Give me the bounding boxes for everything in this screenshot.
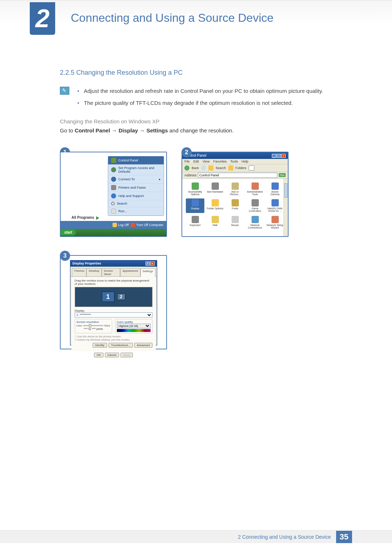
cp-icon-netwizard[interactable]: Network Setup Wizard — [266, 215, 284, 230]
tab-settings[interactable]: Settings — [140, 268, 155, 277]
checkbox-primary[interactable]: ☐ Use this device as the primary monitor… — [75, 335, 152, 338]
up-icon[interactable] — [208, 165, 213, 171]
all-programs-button[interactable]: All Programs — [72, 216, 99, 219]
tab-themes[interactable]: Themes — [72, 268, 87, 276]
menu-help[interactable]: Help — [241, 160, 248, 163]
figure-3-display-properties: 3 Display Properties ?× Themes Desktop S… — [60, 255, 167, 349]
minimize-button[interactable]: _ — [272, 154, 276, 158]
address-input[interactable] — [198, 173, 277, 178]
cp-icon-add-remove[interactable]: Add or Remov... — [226, 182, 244, 196]
menu-tools[interactable]: Tools — [230, 160, 238, 163]
note-block: Adjust the resolution and refresh rate i… — [60, 87, 348, 111]
menu-view[interactable]: View — [203, 160, 209, 163]
label: Display — [191, 207, 199, 210]
display-select[interactable]: 1. ********** — [75, 312, 152, 317]
start-menu-item-run[interactable]: Run... — [108, 207, 164, 216]
folders-icon[interactable] — [228, 165, 233, 171]
close-button[interactable]: × — [150, 262, 155, 266]
logoff-button[interactable]: Log Off — [113, 223, 128, 227]
help-button[interactable]: ? — [146, 262, 150, 266]
start-button[interactable]: start — [61, 229, 76, 235]
cancel-button[interactable]: Cancel — [105, 353, 119, 357]
defaults-icon — [111, 167, 116, 172]
less-label: Less — [77, 324, 82, 327]
menu-file[interactable]: File — [184, 160, 190, 163]
checkbox-extend[interactable]: ☐ Extend my Windows desktop onto this mo… — [75, 338, 152, 341]
cp-icon-gamma[interactable]: Adobe Gamma — [266, 182, 284, 196]
page-number: 35 — [336, 531, 352, 543]
menu-favorites[interactable]: Favorites — [213, 160, 226, 163]
slider-thumb[interactable] — [89, 324, 91, 328]
apply-button[interactable]: Apply — [121, 353, 133, 357]
screen-resolution-group: Screen resolution Less More **** by ****… — [75, 319, 112, 333]
cp-icon-keyboard[interactable]: Keyboard — [186, 215, 204, 230]
run-icon — [111, 209, 116, 214]
scrollbar[interactable] — [283, 179, 288, 236]
figure-2-control-panel: 2 Control Panel _□× File Edit View Favor… — [181, 152, 289, 237]
label: All Programs — [72, 216, 94, 219]
search-icon — [111, 202, 115, 205]
display-label: Display: — [75, 309, 152, 312]
start-menu-item-help[interactable]: Help and Support — [108, 192, 164, 200]
start-menu-item-control-panel[interactable]: Control Panel — [108, 156, 164, 165]
figures-row-2: 3 Display Properties ?× Themes Desktop S… — [60, 255, 348, 349]
search-label[interactable]: Search — [216, 166, 226, 170]
monitor-2[interactable]: 2 — [117, 293, 126, 300]
triangle-right-icon — [96, 216, 99, 220]
screen-res-label: Screen resolution — [77, 320, 110, 324]
gamma-icon — [271, 182, 279, 190]
turnoff-button[interactable]: Turn Off Computer — [131, 223, 163, 227]
start-menu-item-printers[interactable]: Printers and Faxes — [108, 184, 164, 192]
cp-icon-accessibility[interactable]: Accessibility Options — [186, 182, 204, 196]
cp-icon-game[interactable]: Game Controllers — [246, 198, 264, 213]
tab-desktop[interactable]: Desktop — [86, 268, 101, 276]
forward-icon[interactable] — [201, 165, 206, 171]
cp-icon-add-hardware[interactable]: Add Hardware — [206, 182, 224, 196]
advanced-button[interactable]: Advanced — [134, 343, 152, 348]
label: Printers and Faxes — [118, 186, 146, 189]
label: Network Connections — [246, 224, 264, 229]
resolution-slider[interactable]: Less More — [77, 324, 110, 327]
go-button[interactable]: Go — [279, 173, 286, 177]
views-icon[interactable] — [249, 165, 254, 171]
bullet-item: Adjust the resolution and refresh rate i… — [76, 87, 323, 95]
tab-screensaver[interactable]: Screen Saver — [102, 268, 121, 276]
content-area: 2.2.5 Changing the Resolution Using a PC… — [0, 40, 392, 349]
start-menu-item-search[interactable]: Search — [108, 200, 164, 207]
cp-icon-mouse[interactable]: Mouse — [226, 215, 244, 230]
cp-icon-fonts[interactable]: Fonts — [226, 198, 244, 213]
cp-icon-intel[interactable]: Intel(R) GMA Driver for ... — [266, 198, 284, 213]
text: Go to — [60, 127, 75, 134]
troubleshoot-button[interactable]: Troubleshoot... — [109, 343, 133, 348]
cp-icon-display[interactable]: Display — [186, 198, 204, 213]
figure-1-start-menu: 1 Control Panel Set Program Access and D… — [60, 152, 167, 237]
ok-button[interactable]: OK — [94, 353, 103, 357]
tab-appearance[interactable]: Appearance — [120, 268, 140, 276]
identify-button[interactable]: Identify — [93, 343, 107, 348]
folder-icon — [212, 199, 219, 206]
cp-icon-network[interactable]: Network Connections — [246, 215, 264, 230]
label: Adobe Gamma — [266, 190, 283, 196]
printer-icon — [111, 185, 116, 190]
cp-icon-mail[interactable]: Mail — [206, 215, 224, 230]
close-button[interactable]: × — [281, 154, 286, 158]
window-titlebar: Display Properties ?× — [70, 260, 157, 267]
cp-icon-folder-options[interactable]: Folder Options — [206, 198, 224, 213]
color-quality-select[interactable]: Highest (32 bit) — [117, 324, 151, 328]
menu-edit[interactable]: Edit — [193, 160, 199, 163]
cp-icon-admin[interactable]: Administrative Tools — [246, 182, 264, 196]
back-icon[interactable] — [184, 165, 189, 171]
bold-text: Control Panel — [75, 127, 110, 134]
chevron-right-icon: ▸ — [159, 177, 161, 181]
label: Fonts — [232, 207, 238, 210]
monitor-1[interactable]: 1 — [102, 291, 115, 302]
start-menu-item-connect[interactable]: Connect To▸ — [108, 175, 164, 184]
window-titlebar: Control Panel _□× — [182, 152, 288, 159]
monitor-arrangement[interactable]: 1 2 — [75, 287, 152, 307]
start-menu-item-defaults[interactable]: Set Program Access and Defaults — [108, 165, 164, 175]
address-bar: Address Go — [182, 172, 288, 179]
logoff-icon — [113, 223, 117, 227]
maximize-button[interactable]: □ — [277, 154, 281, 158]
scroll-thumb[interactable] — [284, 183, 287, 198]
color-quality-group: Color quality Highest (32 bit) — [115, 319, 152, 333]
